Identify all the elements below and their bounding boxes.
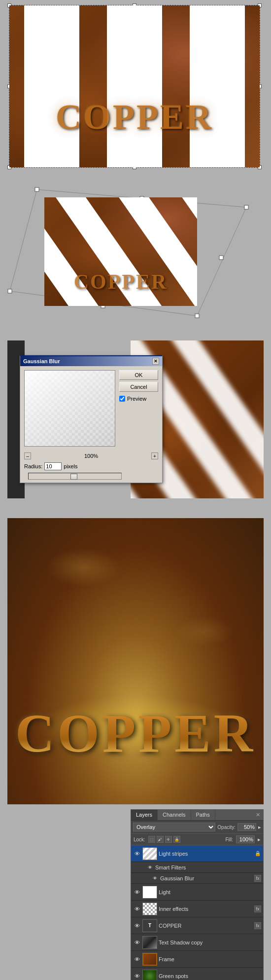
layer-name-green-spots: Green spots [159, 973, 261, 979]
layer-name-frame: Frame [159, 956, 261, 962]
layer-row-green-spots[interactable]: 👁 Green spots [131, 968, 263, 980]
stripe-1 [24, 5, 79, 167]
fill-arrow[interactable]: ▸ [258, 836, 261, 843]
eye-icon-inner-effects[interactable]: 👁 [133, 905, 141, 913]
eye-icon-frame[interactable]: 👁 [133, 955, 141, 963]
eye-icon-gaussian-blur[interactable]: 👁 [151, 874, 159, 882]
layer-name-smart-filters: Smart Filters [155, 865, 261, 870]
layer-row-gaussian-blur[interactable]: 👁 Gaussian Blur fx [131, 873, 263, 884]
copper-text-vertical: COPPER [9, 97, 260, 138]
fx-icon-gaussian: fx [254, 875, 261, 882]
thumb-light [142, 886, 157, 899]
preview-checkbox[interactable] [119, 396, 125, 402]
zoom-minus-button[interactable]: – [24, 452, 31, 459]
radius-row: Radius: pixels [24, 462, 158, 470]
thumb-green-spots [142, 970, 157, 980]
stripe-2 [107, 5, 162, 167]
vertical-stripes [9, 5, 260, 167]
blend-mode-select[interactable]: Overlay [133, 823, 215, 831]
section4-final: COPPER Layers Channels Paths ✕ Overlay O… [7, 518, 264, 977]
preview-blur-overlay [25, 371, 115, 446]
layer-name-text-shadow: Text Shadow copy [159, 940, 261, 945]
ok-button[interactable]: OK [119, 370, 158, 380]
lock-icons: ⬚ 🖌 ✛ 🔒 [148, 836, 180, 843]
opacity-arrow[interactable]: ▸ [258, 824, 261, 830]
dialog-preview [24, 370, 115, 447]
gaussian-blur-dialog: Gaussian Blur ✕ OK Cancel Preview – 100%… [20, 355, 163, 483]
fx-icon-inner: fx [254, 905, 261, 912]
thumb-copper-text: T [142, 919, 157, 932]
layers-panel-close[interactable]: ✕ [253, 810, 263, 820]
fill-input[interactable] [236, 835, 255, 843]
fx-icon-copper: fx [254, 922, 261, 929]
layer-row-light-stripes[interactable]: 👁 Light stripes 🔒 [131, 845, 263, 862]
layer-row-light[interactable]: 👁 Light [131, 884, 263, 901]
tab-paths[interactable]: Paths [191, 810, 215, 820]
zoom-plus-button[interactable]: + [151, 452, 158, 459]
section1-canvas: COPPER [9, 5, 260, 168]
fill-label: Fill: [225, 837, 233, 842]
dialog-body: OK Cancel Preview [20, 366, 162, 451]
preview-row: Preview [119, 396, 158, 402]
section2-transform: COPPER [5, 183, 266, 326]
layer-name-light-stripes: Light stripes [159, 851, 253, 857]
layer-lock-icon-light-stripes: 🔒 [254, 850, 261, 857]
layer-name-copper-text: COPPER [159, 923, 253, 929]
tab-layers[interactable]: Layers [131, 810, 158, 820]
svg-rect-4 [8, 289, 12, 293]
dialog-close-button[interactable]: ✕ [152, 358, 159, 365]
cancel-button[interactable]: Cancel [119, 382, 158, 392]
thumb-frame [142, 953, 157, 966]
copper-canvas-vertical: COPPER [9, 5, 260, 167]
layer-row-inner-effects[interactable]: 👁 Inner effects fx [131, 901, 263, 917]
svg-rect-5 [195, 314, 199, 318]
layer-name-group-copper-text: COPPER [159, 923, 253, 929]
lock-paint-icon[interactable]: 🖌 [157, 836, 164, 843]
eye-icon-text-shadow[interactable]: 👁 [133, 939, 141, 946]
layer-row-text-shadow[interactable]: 👁 Text Shadow copy [131, 934, 263, 951]
dialog-footer: – 100% + Radius: pixels [20, 451, 162, 483]
dialog-titlebar: Gaussian Blur ✕ [20, 356, 162, 366]
layers-tabs: Layers Channels Paths ✕ [131, 810, 263, 821]
layer-name-light: Light [159, 889, 261, 895]
eye-icon-smart-filters[interactable]: 👁 [146, 864, 154, 871]
opacity-input[interactable] [237, 823, 256, 831]
layer-row-frame[interactable]: 👁 Frame [131, 951, 263, 968]
layer-name-group-smart-filters: Smart Filters [155, 865, 261, 870]
final-canvas: COPPER [7, 518, 264, 804]
skewed-canvas: COPPER [44, 197, 197, 306]
layer-name-group-gaussian-blur: Gaussian Blur [160, 875, 253, 881]
dialog-title: Gaussian Blur [23, 358, 60, 364]
layer-name-group-light-stripes: Light stripes [159, 851, 253, 857]
eye-icon-light-stripes[interactable]: 👁 [133, 850, 141, 858]
layer-name-group-frame: Frame [159, 956, 261, 962]
svg-rect-3 [244, 205, 248, 209]
thumb-text-shadow [142, 936, 157, 949]
layer-name-gaussian-blur: Gaussian Blur [160, 875, 253, 881]
copper-main-text: COPPER [7, 702, 264, 765]
eye-icon-green-spots[interactable]: 👁 [133, 972, 141, 980]
thumb-inner-effects [142, 903, 157, 915]
stripe-3 [190, 5, 245, 167]
eye-icon-copper-text[interactable]: 👁 [133, 922, 141, 930]
radius-input[interactable] [44, 462, 62, 470]
lock-transparent-icon[interactable]: ⬚ [148, 836, 155, 843]
preview-label: Preview [127, 396, 146, 402]
copper-text-skewed: COPPER [44, 270, 197, 294]
lock-move-icon[interactable]: ✛ [165, 836, 172, 843]
layer-name-inner-effects: Inner effects [159, 906, 253, 912]
layer-name-group-green-spots: Green spots [159, 973, 261, 979]
eye-icon-light[interactable]: 👁 [133, 888, 141, 896]
canvas-border-1: COPPER [9, 5, 260, 168]
layer-name-group-text-shadow: Text Shadow copy [159, 940, 261, 945]
layer-row-smart-filters[interactable]: 👁 Smart Filters [131, 862, 263, 873]
layer-row-copper-text[interactable]: 👁 T COPPER fx [131, 917, 263, 934]
tab-channels[interactable]: Channels [158, 810, 191, 820]
layers-lock-row: Lock: ⬚ 🖌 ✛ 🔒 Fill: ▸ [131, 834, 263, 845]
lock-all-icon[interactable]: 🔒 [173, 836, 180, 843]
radius-slider-track[interactable] [28, 473, 122, 480]
layers-controls: Overlay Opacity: ▸ [131, 821, 263, 834]
thumb-light-stripes [142, 847, 157, 860]
radius-slider-thumb[interactable] [70, 474, 77, 480]
svg-rect-7 [219, 256, 223, 260]
